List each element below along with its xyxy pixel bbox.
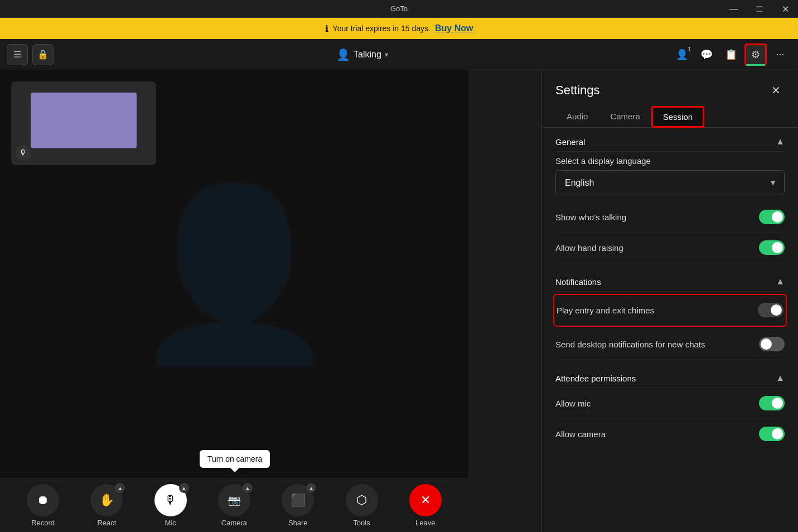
toolbar-item-leave[interactable]: ✕ Leave: [406, 484, 445, 527]
camera-chevron-up-icon: ▲: [243, 483, 253, 493]
toolbar-item-mic[interactable]: 🎙 ▲ Mic: [151, 484, 190, 527]
header-center: 👤 Talking ▾: [58, 48, 666, 61]
play-chimes-label: Play entry and exit chimes: [557, 306, 654, 315]
settings-title: Settings: [555, 83, 600, 98]
play-chimes-row: Play entry and exit chimes: [557, 295, 784, 326]
toggle-knob-6: [772, 428, 783, 439]
toolbar-item-camera[interactable]: 📷 ▲ Camera: [215, 484, 254, 527]
mic-chevron-up-icon: ▲: [179, 483, 189, 493]
lock-icon: 🔒: [37, 49, 49, 60]
notifications-chevron-up-icon[interactable]: ▲: [776, 277, 785, 287]
title-bar: GoTo — □ ✕: [0, 0, 798, 18]
buy-now-link[interactable]: Buy Now: [435, 23, 473, 33]
header-toolbar: ☰ 🔒 👤 Talking ▾ 👤 1 💬 📋 ⚙ ···: [0, 39, 798, 70]
notifications-section-label: Notifications: [555, 277, 601, 287]
notes-icon: 📋: [725, 49, 737, 61]
show-whos-talking-toggle[interactable]: [759, 210, 785, 224]
mic-button[interactable]: 🎙 ▲: [154, 484, 187, 516]
allow-hand-raising-row: Allow hand raising: [555, 233, 785, 263]
toggle-knob-2: [772, 242, 783, 253]
bg-person-icon: 👤: [130, 176, 338, 373]
header-left: ☰ 🔒: [7, 44, 54, 65]
attendee-permissions-chevron-up-icon[interactable]: ▲: [776, 373, 785, 383]
chat-icon: 💬: [700, 49, 713, 61]
tab-session[interactable]: Session: [651, 106, 704, 128]
settings-button[interactable]: ⚙: [744, 43, 767, 66]
video-thumb-content: [31, 93, 137, 148]
settings-header: Settings ✕: [542, 70, 798, 106]
settings-active-indicator: [746, 64, 765, 66]
more-icon: ···: [776, 49, 784, 60]
toolbar-item-react[interactable]: ✋ ▲ React: [87, 484, 126, 527]
settings-tabs: Audio Camera Session: [542, 106, 798, 128]
show-whos-talking-row: Show who's talking: [555, 202, 785, 233]
language-select-label: Select a display language: [555, 156, 785, 166]
desktop-notif-row: Send desktop notifications for new chats: [555, 329, 785, 360]
general-section-header: General ▲: [555, 128, 785, 152]
bottom-toolbar: ⏺ Record ✋ ▲ React 🎙 ▲ Mic 📷 ▲ Camera: [0, 478, 468, 532]
language-dropdown[interactable]: English ▾: [555, 170, 785, 195]
camera-button[interactable]: 📷 ▲: [218, 484, 250, 516]
play-chimes-toggle[interactable]: [758, 303, 784, 317]
lock-button[interactable]: 🔒: [32, 44, 54, 65]
notifications-section-header: Notifications ▲: [555, 268, 785, 292]
toolbar-item-record[interactable]: ⏺ Record: [23, 484, 62, 527]
video-area: 👤 🎙: [0, 70, 468, 478]
mic-indicator: 🎙: [16, 145, 31, 161]
toggle-knob: [772, 211, 783, 223]
react-button[interactable]: ✋ ▲: [90, 484, 123, 516]
person-icon: 👤: [336, 48, 350, 61]
allow-mic-label: Allow mic: [555, 399, 591, 408]
tools-button[interactable]: ⬡: [346, 484, 378, 516]
toolbar-item-share[interactable]: ⬛ ▲ Share: [278, 484, 317, 527]
tab-camera[interactable]: Camera: [599, 106, 651, 128]
close-button[interactable]: ✕: [772, 0, 798, 18]
trial-banner: ℹ Your trial expires in 15 days. Buy Now: [0, 18, 798, 39]
desktop-notif-toggle[interactable]: [759, 337, 785, 351]
sidebar-icon: ☰: [13, 49, 21, 60]
toggle-knob-3: [771, 304, 782, 316]
react-chevron-up-icon: ▲: [115, 483, 125, 493]
allow-mic-toggle[interactable]: [759, 396, 785, 410]
minimize-button[interactable]: —: [721, 0, 747, 18]
allow-camera-label: Allow camera: [555, 429, 606, 439]
notes-button[interactable]: 📋: [720, 43, 742, 66]
maximize-button[interactable]: □: [747, 0, 772, 18]
sidebar-toggle-button[interactable]: ☰: [7, 44, 28, 65]
more-options-button[interactable]: ···: [769, 43, 791, 66]
participants-button[interactable]: 👤 1: [671, 43, 693, 66]
app-title: GoTo: [390, 4, 408, 13]
talking-badge[interactable]: 👤 Talking ▾: [336, 48, 388, 61]
general-section-label: General: [555, 137, 585, 147]
participants-icon: 👤: [676, 49, 688, 61]
desktop-notif-label: Send desktop notifications for new chats: [555, 340, 705, 349]
toolbar-item-tools[interactable]: ⬡ Tools: [342, 484, 381, 527]
participant-count: 1: [688, 46, 691, 52]
general-chevron-up-icon[interactable]: ▲: [776, 137, 785, 147]
share-button[interactable]: ⬛ ▲: [282, 484, 314, 516]
allow-hand-raising-toggle[interactable]: [759, 240, 785, 255]
settings-close-button[interactable]: ✕: [767, 81, 785, 99]
show-whos-talking-label: Show who's talking: [555, 212, 626, 222]
allow-camera-row: Allow camera: [555, 419, 785, 449]
mic-label: Mic: [165, 519, 176, 527]
title-bar-controls: — □ ✕: [721, 0, 798, 18]
allow-mic-row: Allow mic: [555, 388, 785, 419]
chat-button[interactable]: 💬: [695, 43, 718, 66]
toggle-knob-4: [761, 338, 772, 350]
react-label: React: [97, 519, 116, 527]
leave-button[interactable]: ✕: [409, 484, 442, 516]
tab-audio[interactable]: Audio: [555, 106, 599, 128]
camera-tooltip: Turn on camera: [200, 450, 270, 468]
main-content: 👤 🎙 Turn on camera ⏺ Record ✋ ▲ React 🎙 …: [0, 70, 468, 532]
talking-label: Talking: [354, 50, 381, 60]
play-chimes-highlight: Play entry and exit chimes: [553, 294, 787, 327]
share-chevron-up-icon: ▲: [306, 483, 316, 493]
gear-icon: ⚙: [751, 49, 760, 61]
info-icon: ℹ: [325, 23, 328, 34]
header-right: 👤 1 💬 📋 ⚙ ···: [671, 43, 791, 66]
allow-camera-toggle[interactable]: [759, 427, 785, 441]
toggle-knob-5: [772, 398, 783, 409]
chevron-down-icon: ▾: [385, 51, 388, 59]
record-button[interactable]: ⏺: [27, 484, 59, 516]
